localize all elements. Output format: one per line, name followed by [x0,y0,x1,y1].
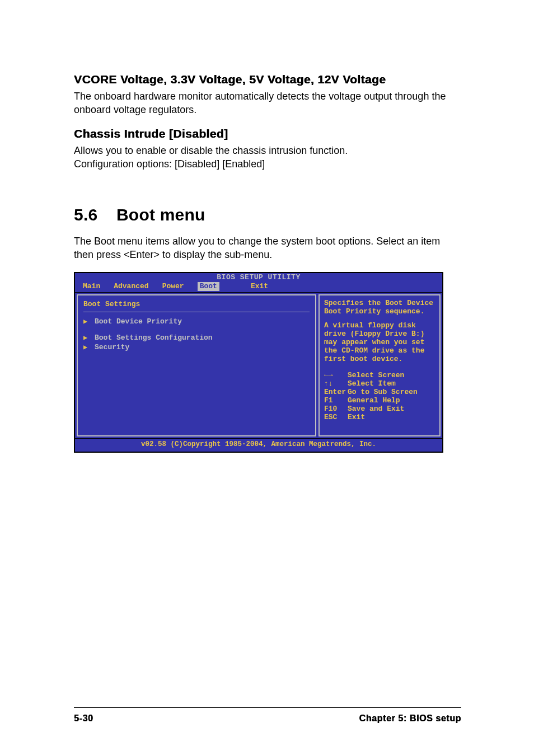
nav-key: F1 [324,396,348,405]
help-text-2: A virtual floppy disk drive (Floppy Driv… [324,321,435,363]
bios-title: BIOS SETUP UTILITY [75,273,442,282]
nav-key: ←→ [324,371,348,379]
menu-item-boot-device-priority: ▶Boot Device Priority [83,317,310,326]
heading-boot-menu: 5.6Boot menu [74,205,461,224]
triangle-icon: ▶ [83,334,95,342]
triangle-icon: ▶ [83,343,95,351]
text-chassis-2: Configuration options: [Disabled] [Enabl… [74,157,461,171]
nav-label: Select Item [348,379,396,388]
text-chassis-1: Allows you to enable or disable the chas… [74,144,461,157]
heading-number: 5.6 [74,205,116,224]
text-boot-menu: The Boot menu items allow you to change … [74,234,461,262]
help-text-1: Specifies the Boot Device Boot Priority … [324,299,435,316]
nav-label: General Help [348,396,400,405]
tab-main: Main [83,282,100,291]
text-vcore: The onboard hardware monitor automatical… [74,90,461,117]
page-number: 5-30 [74,713,93,724]
tab-boot: Boot [198,282,219,291]
heading-title: Boot menu [116,205,205,224]
nav-label: Exit [348,413,365,421]
nav-label: Go to Sub Screen [348,388,418,396]
heading-chassis: Chassis Intrude [Disabled] [74,127,461,140]
nav-hints: ←→Select Screen ↑↓Select Item EnterGo to… [324,371,435,421]
menu-label: Boot Settings Configuration [95,334,213,342]
menu-item-security: ▶Security [83,342,310,352]
tab-advanced: Advanced [114,282,148,291]
menu-label: Boot Device Priority [95,317,182,326]
heading-vcore: VCORE Voltage, 3.3V Voltage, 5V Voltage,… [74,73,461,86]
nav-key: ESC [324,413,348,421]
bios-screenshot: BIOS SETUP UTILITY Main Advanced Power B… [74,272,443,453]
menu-label: Security [95,343,129,351]
bios-tabs: Main Advanced Power Boot Exit [75,282,442,292]
nav-label: Save and Exit [348,405,404,413]
nav-key: ↑↓ [324,379,348,388]
bios-footer: v02.58 (C)Copyright 1985-2004, American … [75,438,442,452]
bios-left-panel: Boot Settings ▶Boot Device Priority ▶Boo… [77,294,316,436]
menu-item-boot-settings-config: ▶Boot Settings Configuration [83,333,310,342]
nav-label: Select Screen [348,371,404,379]
triangle-icon: ▶ [83,317,95,326]
chapter-label: Chapter 5: BIOS setup [359,713,461,724]
tab-power: Power [162,282,184,291]
bios-right-panel: Specifies the Boot Device Boot Priority … [318,294,441,436]
tab-exit: Exit [251,282,268,291]
nav-key: Enter [324,388,348,396]
nav-key: F10 [324,405,348,413]
bios-section-title: Boot Settings [83,299,310,312]
page-footer: 5-30 Chapter 5: BIOS setup [74,707,461,724]
